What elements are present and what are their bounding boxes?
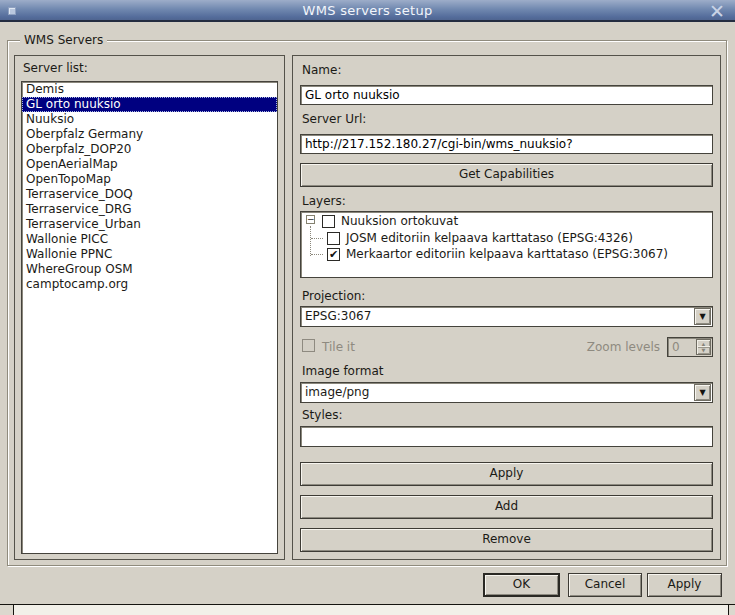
groupbox-title: WMS Servers <box>20 33 107 47</box>
server-form-panel: Name: Server Url: Get Capabilities Layer… <box>292 55 721 560</box>
window-title: WMS servers setup <box>0 3 735 18</box>
server-list-label: Server list: <box>23 61 88 75</box>
image-format-dropdown-button[interactable]: ▼ <box>694 384 711 401</box>
apply-server-button[interactable]: Apply <box>300 462 713 486</box>
styles-input[interactable] <box>300 426 713 447</box>
tree-row-child[interactable]: JOSM editoriin kelpaava karttataso (EPSG… <box>301 230 712 246</box>
server-url-input[interactable] <box>300 134 713 154</box>
remove-server-button[interactable]: Remove <box>300 528 713 552</box>
checkbox-unchecked[interactable] <box>322 215 335 228</box>
tree-item-label[interactable]: Nuuksion ortokuvat <box>341 214 458 228</box>
chevron-down-icon: ▼ <box>695 388 710 397</box>
list-item[interactable]: Demis <box>22 82 277 97</box>
background-window-edge <box>0 604 735 615</box>
layers-tree[interactable]: − Nuuksion ortokuvat JOSM editoriin kelp… <box>300 211 713 278</box>
layers-label: Layers: <box>302 194 346 208</box>
wms-setup-dialog: WMS servers setup ✕ WMS Servers Server l… <box>0 0 735 615</box>
spinner-down-icon: ▼ <box>697 346 710 354</box>
checkmark-icon: ✔ <box>329 248 338 261</box>
name-label: Name: <box>302 63 341 77</box>
list-item-selected[interactable]: GL orto nuuksio <box>22 97 277 112</box>
server-url-label: Server Url: <box>302 112 366 126</box>
tree-row-child[interactable]: ✔ Merkaartor editoriin kelpaava karttata… <box>301 246 712 262</box>
tree-item-label[interactable]: JOSM editoriin kelpaava karttataso (EPSG… <box>346 231 633 245</box>
list-item[interactable]: OpenTopoMap <box>22 172 277 187</box>
chevron-down-icon: ▼ <box>695 312 710 321</box>
server-list-panel: Server list: Demis GL orto nuuksio Nuuks… <box>14 55 285 560</box>
list-item[interactable]: WhereGroup OSM <box>22 262 277 277</box>
projection-dropdown-button[interactable]: ▼ <box>694 308 711 325</box>
list-item[interactable]: Terraservice_DRG <box>22 202 277 217</box>
list-item[interactable]: Terraservice_Urban <box>22 217 277 232</box>
spinner-buttons: ▲ ▼ <box>696 339 711 355</box>
tile-it-checkbox <box>302 339 315 352</box>
server-listbox[interactable]: Demis GL orto nuuksio Nuuksio Oberpfalz … <box>21 81 278 554</box>
zoom-levels-label: Zoom levels <box>587 340 660 354</box>
image-format-label: Image format <box>302 364 383 378</box>
list-item[interactable]: Oberpfalz Germany <box>22 127 277 142</box>
background-window-frame <box>13 605 729 615</box>
checkbox-checked[interactable]: ✔ <box>327 248 340 261</box>
cancel-button[interactable]: Cancel <box>568 573 642 597</box>
tile-it-label: Tile it <box>322 340 355 354</box>
list-item[interactable]: Wallonie PICC <box>22 232 277 247</box>
ok-button[interactable]: OK <box>483 573 560 597</box>
list-item[interactable]: OpenAerialMap <box>22 157 277 172</box>
list-item[interactable]: Oberpfalz_DOP20 <box>22 142 277 157</box>
checkbox-unchecked[interactable] <box>327 232 340 245</box>
zoom-levels-spinner: 0 ▲ ▼ <box>667 337 713 357</box>
tree-row-root[interactable]: Nuuksion ortokuvat <box>301 213 712 229</box>
image-format-value: image/png <box>305 385 690 399</box>
get-capabilities-button[interactable]: Get Capabilities <box>300 163 713 187</box>
list-item[interactable]: Wallonie PPNC <box>22 247 277 262</box>
titlebar: WMS servers setup ✕ <box>0 0 735 22</box>
add-server-button[interactable]: Add <box>300 495 713 519</box>
name-input[interactable] <box>300 85 713 105</box>
list-item[interactable]: camptocamp.org <box>22 277 277 292</box>
projection-combobox[interactable]: EPSG:3067 ▼ <box>300 306 713 327</box>
zoom-levels-value: 0 <box>672 340 680 354</box>
close-icon[interactable]: ✕ <box>705 0 729 23</box>
styles-label: Styles: <box>302 408 342 422</box>
image-format-combobox[interactable]: image/png ▼ <box>300 382 713 403</box>
projection-label: Projection: <box>302 289 365 303</box>
list-item[interactable]: Terraservice_DOQ <box>22 187 277 202</box>
projection-value: EPSG:3067 <box>305 309 690 323</box>
tree-item-label[interactable]: Merkaartor editoriin kelpaava karttataso… <box>346 247 668 261</box>
footer-apply-button[interactable]: Apply <box>647 573 722 597</box>
wms-servers-groupbox: WMS Servers Server list: Demis GL orto n… <box>7 40 727 566</box>
list-item[interactable]: Nuuksio <box>22 112 277 127</box>
